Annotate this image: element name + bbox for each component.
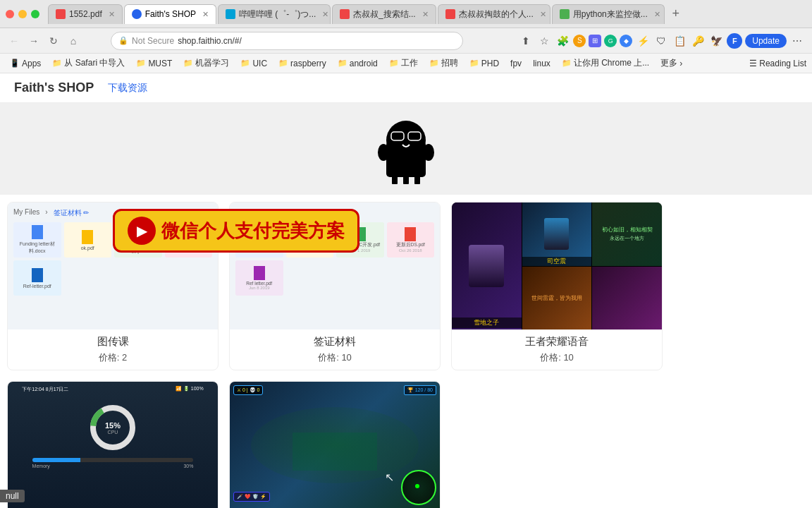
folder-icon: 📁 xyxy=(338,59,347,68)
chevron-icon: › xyxy=(679,59,682,68)
menu-icon[interactable]: ⋯ xyxy=(789,33,805,49)
bookmark-recruitment[interactable]: 📁 招聘 xyxy=(425,56,462,71)
reading-list-label: Reading List xyxy=(759,59,806,68)
bookmark-apps[interactable]: 📱 Apps xyxy=(6,57,45,70)
payment-banner[interactable]: ▶ 微信个人支付完美方案 xyxy=(113,209,359,253)
minimap xyxy=(401,470,436,505)
reading-list[interactable]: ☰ Reading List xyxy=(749,59,806,68)
tab-label: 1552.pdf xyxy=(69,9,102,19)
tab-label-bilibili: 哔哩哔哩 (゜-゜)つ... xyxy=(239,8,316,20)
tab-close-python[interactable]: ✕ xyxy=(654,10,660,19)
play-icon: ▶ xyxy=(128,217,156,245)
bookmark-uic[interactable]: 📁 UIC xyxy=(236,57,271,70)
product-title-1: 图传课 xyxy=(8,329,218,351)
back-button[interactable]: ← xyxy=(7,34,21,48)
game-screen: ⚔ 0 | 💀 0 🗡️ ❤️ 🛡️ ⚡ ↖ 🏆 120 / 80 xyxy=(230,382,440,508)
ext-icon-6[interactable]: 🛡 xyxy=(653,33,669,49)
bookmark-phd[interactable]: 📁 PHD xyxy=(465,57,503,70)
close-button[interactable] xyxy=(6,10,14,18)
tab-label-personal: 杰叔叔掏鼓的个人... xyxy=(459,8,534,20)
product-title-2: 签证材料 xyxy=(230,329,440,351)
tab-search[interactable]: 杰叔叔_搜索结... ✕ xyxy=(332,4,436,24)
tab-personal[interactable]: 杰叔叔掏鼓的个人... ✕ xyxy=(438,4,550,24)
product-card-4[interactable]: 下午12:04 8月17日二 📶 🔋 100% 15% CPU xyxy=(7,381,219,508)
addressbar: ← → ↻ ⌂ 🔒 Not Secure shop.faithio.cn/#/ … xyxy=(0,28,812,54)
bookmark-label: Apps xyxy=(22,59,41,68)
bookmark-more[interactable]: 更多 › xyxy=(656,56,687,71)
not-secure-label: Not Secure xyxy=(132,36,174,46)
folder-icon: 📱 xyxy=(10,59,20,68)
ext-icon-7[interactable]: 📋 xyxy=(672,33,687,49)
tab-close-icon[interactable]: ✕ xyxy=(109,10,115,19)
tab-close-bilibili[interactable]: ✕ xyxy=(322,10,328,19)
bookmark-ml[interactable]: 📁 机器学习 xyxy=(179,56,233,71)
ext-icon-1[interactable]: S xyxy=(573,35,586,47)
product-image-4: 下午12:04 8月17日二 📶 🔋 100% 15% CPU xyxy=(8,382,218,508)
bookmark-chrome[interactable]: 📁 让你用 Chrome 上... xyxy=(558,56,653,71)
refresh-button[interactable]: ↻ xyxy=(47,34,61,48)
bookmark-icon[interactable]: ☆ xyxy=(536,33,552,49)
svg-rect-10 xyxy=(403,174,409,184)
bookmarks-bar: 📱 Apps 📁 从 Safari 中导入 📁 MUST 📁 机器学习 📁 UI… xyxy=(0,54,812,73)
bookmark-linux[interactable]: linux xyxy=(529,57,555,70)
bookmark-raspberry[interactable]: 📁 raspberry xyxy=(274,57,331,70)
home-button[interactable]: ⌂ xyxy=(66,34,80,48)
product-price-1: 价格: 2 xyxy=(8,351,218,370)
ext-icon-3[interactable]: G xyxy=(604,35,617,47)
tab-label-search: 杰叔叔_搜索结... xyxy=(353,8,416,20)
product-card-3[interactable]: 雪地之子 司空震 初心如旧，相知相契 永远在一个地方 世间雷霆，皆为我用 xyxy=(451,202,663,370)
page-content: Faith's SHOP 下载资源 xyxy=(0,73,812,508)
product-title-3: 王者荣耀语音 xyxy=(452,329,662,351)
ext-icon-8[interactable]: 🔑 xyxy=(690,33,706,49)
tab-close-faithshop[interactable]: ✕ xyxy=(202,10,209,19)
ext-icon-5[interactable]: ⚡ xyxy=(635,33,651,49)
extensions-icon[interactable]: 🧩 xyxy=(555,33,570,49)
address-box[interactable]: 🔒 Not Secure shop.faithio.cn/#/ xyxy=(111,32,463,50)
bookmark-must[interactable]: 📁 MUST xyxy=(132,57,176,70)
product-card-5[interactable]: ⚔ 0 | 💀 0 🗡️ ❤️ 🛡️ ⚡ ↖ 🏆 120 / 80 xyxy=(229,381,441,508)
svg-rect-11 xyxy=(414,171,420,184)
ext-icon-2[interactable]: ⊞ xyxy=(589,35,601,47)
svg-rect-9 xyxy=(392,171,398,184)
tab-bilibili[interactable]: 哔哩哔哩 (゜-゜)つ... ✕ xyxy=(218,4,331,24)
folder-icon: 📁 xyxy=(429,59,439,68)
tab-faithshop[interactable]: Faith's SHOP ✕ xyxy=(124,4,216,24)
folder-icon: 📁 xyxy=(240,59,250,68)
url-text: shop.faithio.cn/#/ xyxy=(178,36,242,46)
tab-close-search[interactable]: ✕ xyxy=(422,10,429,19)
tab-close-personal[interactable]: ✕ xyxy=(540,10,546,19)
site-title: Faith's SHOP xyxy=(14,80,94,95)
bookmark-android[interactable]: 📁 android xyxy=(333,57,382,70)
minimize-button[interactable] xyxy=(18,10,27,18)
maximize-button[interactable] xyxy=(31,10,39,18)
bookmark-safari[interactable]: 📁 从 Safari 中导入 xyxy=(48,56,129,71)
bookmark-fpv[interactable]: fpv xyxy=(506,57,526,70)
bookmark-label: 从 Safari 中导入 xyxy=(64,57,125,69)
tab-python[interactable]: 用python来监控做... ✕ xyxy=(552,4,665,24)
ext-icon-4[interactable]: ◆ xyxy=(620,35,632,47)
bookmark-label: MUST xyxy=(148,59,172,68)
products-grid: ▶ 微信个人支付完美方案 My Files›签证材料 ✏ Funding let… xyxy=(0,195,812,508)
folder-icon: 📁 xyxy=(52,59,62,68)
folder-icon: 📁 xyxy=(389,59,399,68)
new-tab-button[interactable]: + xyxy=(666,4,686,24)
svg-point-7 xyxy=(378,144,389,161)
bookmark-label: fpv xyxy=(510,59,522,68)
tab-pdf[interactable]: 1552.pdf ✕ xyxy=(48,4,123,24)
update-button[interactable]: Update xyxy=(745,34,787,48)
tab-favicon xyxy=(56,9,66,19)
tab-favicon-search xyxy=(340,9,350,19)
bookmark-label: UIC xyxy=(252,59,267,68)
download-link[interactable]: 下载资源 xyxy=(108,82,147,95)
ext-icon-9[interactable]: 🦅 xyxy=(708,33,724,49)
bookmark-label: PHD xyxy=(481,59,499,68)
bookmark-work[interactable]: 📁 工作 xyxy=(385,56,422,71)
tab-label-python: 用python来监控做... xyxy=(573,8,648,20)
svg-rect-6 xyxy=(408,132,421,140)
toolbar-icons: ⬆ ☆ 🧩 S ⊞ G ◆ ⚡ 🛡 📋 🔑 🦅 F Update ⋯ xyxy=(518,33,805,49)
profile-icon[interactable]: F xyxy=(727,33,742,49)
bookmark-label: 更多 xyxy=(660,57,677,69)
share-icon[interactable]: ⬆ xyxy=(518,33,534,49)
forward-button[interactable]: → xyxy=(27,34,41,48)
bookmark-label: 招聘 xyxy=(441,57,458,69)
